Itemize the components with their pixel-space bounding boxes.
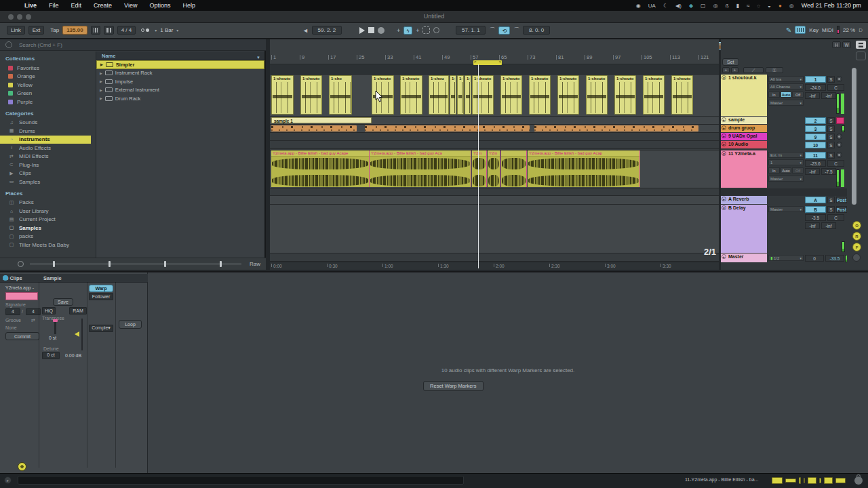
rail-box-icon[interactable] <box>856 52 866 60</box>
quantization-caret-icon[interactable]: ▾ <box>176 28 178 33</box>
detune-field[interactable]: 0 ct <box>42 352 60 359</box>
output-chooser[interactable]: ▾Master <box>768 206 804 212</box>
commit-button[interactable]: Commit <box>5 332 39 340</box>
disk-overload-indicator[interactable]: D <box>859 27 863 33</box>
input-type-chooser[interactable]: ▾All Ins <box>768 76 804 82</box>
midi-clip[interactable]: 1-shouto <box>557 75 579 115</box>
midi-clip[interactable]: 1-shouto <box>643 75 665 115</box>
link-button[interactable]: Link <box>7 26 25 35</box>
slider-handle[interactable] <box>108 261 111 267</box>
sidebar-item-samples[interactable]: ▢Samples <box>0 224 95 232</box>
midi-clip[interactable]: 1- <box>450 75 456 115</box>
fold-track-icon[interactable]: ▾ <box>722 205 726 210</box>
track-number[interactable]: 9 <box>805 134 826 140</box>
expand-triangle-icon[interactable]: ▶ <box>100 79 102 83</box>
gain-value[interactable]: 0.00 dB <box>65 353 81 358</box>
menu-help[interactable]: Help <box>182 2 195 9</box>
browser-device-impulse[interactable]: ▶Impulse <box>96 77 264 86</box>
browser-search-field[interactable]: Search (Cmd + F) <box>0 39 266 51</box>
arm-button[interactable] <box>836 134 842 140</box>
menu-options[interactable]: Options <box>149 2 170 9</box>
expand-triangle-icon[interactable]: ▶ <box>100 96 102 100</box>
sidebar-item-orange[interactable]: Orange <box>0 73 95 81</box>
loop-length-field[interactable]: 8. 0. 0 <box>523 26 550 35</box>
menubar-clock[interactable]: Wed 21 Feb 11:20 pm <box>802 2 861 9</box>
re-enable-automation-button[interactable] <box>422 26 430 34</box>
output-chooser[interactable]: ▾Master <box>768 176 804 182</box>
track-number[interactable]: 2 <box>805 117 826 124</box>
play-button[interactable] <box>359 27 365 34</box>
playhead[interactable] <box>478 64 479 268</box>
sidebar-item-tiller-meets-da-baby[interactable]: ▢Tiller Meets Da Baby <box>0 241 95 249</box>
transpose-knob[interactable] <box>54 321 56 334</box>
crossfade-tool-button[interactable]: ⟋ <box>743 67 764 73</box>
lane-track-11[interactable]: Y2meta.app - Billie Eilish - bad guy Aca… <box>270 150 719 188</box>
status-yellow-dot-icon[interactable] <box>18 462 26 471</box>
audio-clip[interactable]: Y2meta.app - Billie Eilish - bad guy Aca… <box>528 150 640 187</box>
track-header-uadx-opal[interactable]: ▸9 UADx Opal 9 S <box>721 133 847 141</box>
track-header-sample[interactable]: ▸sample 2 S <box>721 117 847 125</box>
crossfade-chooser[interactable]: ▾▮ 1/2 <box>768 255 804 261</box>
drum-group-clip[interactable] <box>534 125 698 131</box>
follow-button[interactable]: ◄ <box>302 27 309 34</box>
lock-envelopes-button[interactable]: ⚿ <box>766 67 783 73</box>
track-number-unfold[interactable]: 1 <box>805 76 826 83</box>
volume-icon[interactable]: ◀) <box>675 3 682 9</box>
track-header-y2meta[interactable]: ▾11 Y2meta.a ▾Ext. In ▾1 InAutoOff ▾Mast… <box>721 150 847 188</box>
lock-icon[interactable] <box>854 476 863 485</box>
expand-triangle-icon[interactable]: ▶ <box>100 88 102 92</box>
arrangement-record-button[interactable] <box>378 27 384 34</box>
monitor-switches[interactable]: InAutoOff <box>768 167 804 174</box>
pan-field[interactable]: C <box>827 160 844 167</box>
browser-device-external-instrument[interactable]: ▶External Instrument <box>96 86 264 95</box>
cue-volume-field[interactable]: -33.5 <box>825 255 844 262</box>
gain-slider[interactable] <box>81 319 83 350</box>
lane-return-a[interactable] <box>270 196 719 205</box>
solo-button[interactable]: S <box>827 125 835 132</box>
expand-triangle-icon[interactable]: ▶ <box>100 62 103 66</box>
sidebar-item-drums[interactable]: ▦Drums <box>0 127 95 136</box>
time-ruler[interactable]: 0:000:301:001:302:002:303:003:30 <box>270 262 719 270</box>
session-record-button[interactable] <box>433 27 439 33</box>
sidebar-item-green[interactable]: Green <box>0 89 95 98</box>
lane-master[interactable] <box>270 253 719 262</box>
optimize-width-button[interactable]: W <box>842 41 851 48</box>
tap-tempo-button[interactable]: Tap <box>50 27 59 33</box>
arm-button[interactable] <box>836 76 842 82</box>
unfold-track-icon[interactable]: ▸ <box>722 125 726 130</box>
warp-mode-chooser[interactable]: Comple▾ <box>89 325 113 332</box>
follower-button[interactable]: Follower <box>89 293 113 300</box>
tempo-field[interactable]: 135.00 <box>62 26 87 35</box>
expand-triangle-icon[interactable]: ▶ <box>100 71 102 75</box>
stop-button[interactable] <box>368 27 374 33</box>
punch-in-button[interactable]: ⌒ <box>489 26 495 35</box>
unfold-track-icon[interactable]: ▸ <box>722 142 726 146</box>
punch-out-button[interactable]: ⌒ <box>513 26 519 35</box>
loop-start-field[interactable]: 57. 1. 1 <box>456 26 486 35</box>
sort-caret-icon[interactable]: ▼ <box>256 54 260 62</box>
sidebar-item-plug-ins[interactable]: ⊂Plug-Ins <box>0 161 95 169</box>
solo-button[interactable]: S <box>827 142 835 148</box>
nudge-down-button[interactable] <box>91 26 101 35</box>
add-locator-button-2[interactable]: + <box>731 67 738 73</box>
time-signature-field[interactable]: 4 / 4 <box>117 26 136 35</box>
nudge-up-button[interactable] <box>104 26 114 35</box>
lane-track-1[interactable]: 1-shouto1-shouto1-sho1-shouto1-shouto1-s… <box>270 75 719 117</box>
sidebar-item-packs[interactable]: ◫Packs <box>0 199 95 207</box>
drum-group-clip[interactable] <box>271 125 357 131</box>
drum-group-clip[interactable] <box>365 125 530 131</box>
midi-clip[interactable]: 1- <box>457 75 464 115</box>
return-letter[interactable]: B <box>805 206 826 213</box>
lane-track-9[interactable] <box>270 133 719 141</box>
draw-mode-button[interactable]: ✎ <box>786 26 791 34</box>
track-number[interactable]: 3 <box>805 125 826 132</box>
clip-color-swatch[interactable] <box>5 292 38 300</box>
siri-icon[interactable]: ◍ <box>789 3 794 9</box>
audio-clip[interactable]: sample 1 <box>271 117 372 123</box>
input-channel-chooser[interactable]: ▾1 <box>768 159 804 165</box>
reset-warp-markers-button[interactable]: Reset Warp Markers <box>423 381 484 391</box>
solo-button[interactable]: S <box>827 206 835 213</box>
browser-device-instrument-rack[interactable]: ▶Instrument Rack <box>96 69 264 78</box>
arm-button[interactable] <box>836 142 842 148</box>
track-number[interactable]: 10 <box>805 142 826 148</box>
